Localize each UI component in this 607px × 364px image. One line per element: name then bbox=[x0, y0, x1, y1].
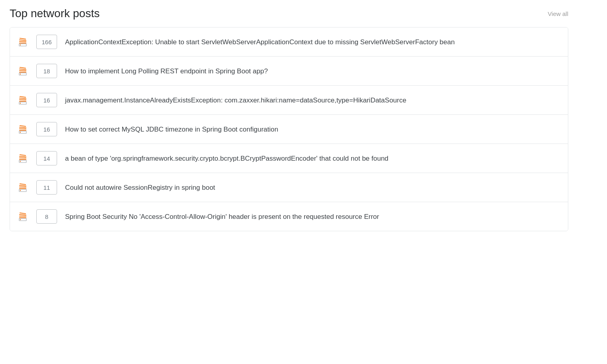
svg-line-31 bbox=[20, 185, 26, 186]
stackoverflow-icon bbox=[18, 181, 30, 194]
svg-line-24 bbox=[20, 155, 26, 155]
svg-line-7 bbox=[20, 69, 26, 70]
widget-header: Top network posts View all bbox=[10, 6, 568, 21]
svg-line-30 bbox=[20, 184, 26, 185]
svg-rect-23 bbox=[20, 132, 21, 133]
svg-line-14 bbox=[20, 100, 26, 100]
post-item[interactable]: 14a bean of type 'org.springframework.se… bbox=[10, 144, 568, 173]
svg-line-6 bbox=[20, 67, 26, 68]
score-badge: 11 bbox=[36, 180, 57, 195]
svg-rect-17 bbox=[20, 103, 21, 104]
svg-line-38 bbox=[20, 216, 26, 216]
post-title[interactable]: ApplicationContextException: Unable to s… bbox=[65, 37, 560, 47]
svg-line-8 bbox=[20, 71, 26, 71]
widget-title: Top network posts bbox=[10, 6, 100, 21]
post-item[interactable]: 11Could not autowire SessionRegistry in … bbox=[10, 173, 568, 202]
post-title[interactable]: How to implement Long Polling REST endpo… bbox=[65, 66, 560, 77]
top-network-posts-widget: Top network posts View all 166Applicatio… bbox=[10, 6, 568, 231]
post-title[interactable]: javax.management.InstanceAlreadyExistsEx… bbox=[65, 95, 560, 106]
view-all-link[interactable]: View all bbox=[548, 10, 568, 17]
post-title[interactable]: Could not autowire SessionRegistry in sp… bbox=[65, 183, 560, 193]
score-badge: 8 bbox=[36, 209, 57, 224]
score-badge: 18 bbox=[36, 64, 57, 78]
post-title[interactable]: Spring Boot Security No 'Access-Control-… bbox=[65, 212, 560, 222]
post-item[interactable]: 8Spring Boot Security No 'Access-Control… bbox=[10, 202, 568, 231]
svg-rect-11 bbox=[20, 74, 21, 75]
stackoverflow-icon bbox=[18, 210, 30, 223]
score-badge: 166 bbox=[36, 35, 57, 49]
score-badge: 16 bbox=[36, 122, 57, 136]
svg-line-32 bbox=[20, 187, 26, 187]
post-item[interactable]: 166ApplicationContextException: Unable t… bbox=[10, 28, 568, 57]
stackoverflow-icon bbox=[18, 123, 30, 136]
svg-rect-5 bbox=[20, 45, 21, 46]
svg-line-19 bbox=[20, 127, 26, 128]
stackoverflow-icon bbox=[18, 35, 30, 48]
svg-line-1 bbox=[20, 40, 26, 41]
post-title[interactable]: How to set correct MySQL JDBC timezone i… bbox=[65, 124, 560, 135]
post-title[interactable]: a bean of type 'org.springframework.secu… bbox=[65, 153, 560, 164]
post-item[interactable]: 16How to set correct MySQL JDBC timezone… bbox=[10, 115, 568, 144]
svg-line-26 bbox=[20, 158, 26, 158]
stackoverflow-icon bbox=[18, 152, 30, 165]
score-badge: 14 bbox=[36, 151, 57, 165]
svg-rect-41 bbox=[20, 219, 21, 220]
post-item[interactable]: 16javax.management.InstanceAlreadyExists… bbox=[10, 86, 568, 115]
stackoverflow-icon bbox=[18, 94, 30, 106]
svg-line-37 bbox=[20, 214, 26, 215]
score-badge: 16 bbox=[36, 93, 57, 107]
svg-line-25 bbox=[20, 156, 26, 157]
svg-rect-29 bbox=[20, 161, 21, 162]
post-item[interactable]: 18How to implement Long Polling REST end… bbox=[10, 57, 568, 86]
stackoverflow-icon bbox=[18, 65, 30, 77]
svg-line-2 bbox=[20, 41, 26, 42]
svg-line-0 bbox=[20, 38, 26, 39]
svg-line-20 bbox=[20, 129, 26, 129]
svg-rect-35 bbox=[20, 190, 21, 191]
svg-line-18 bbox=[20, 126, 26, 126]
svg-line-13 bbox=[20, 98, 26, 99]
svg-line-12 bbox=[20, 96, 26, 97]
svg-line-36 bbox=[20, 213, 26, 214]
posts-list: 166ApplicationContextException: Unable t… bbox=[10, 27, 568, 231]
